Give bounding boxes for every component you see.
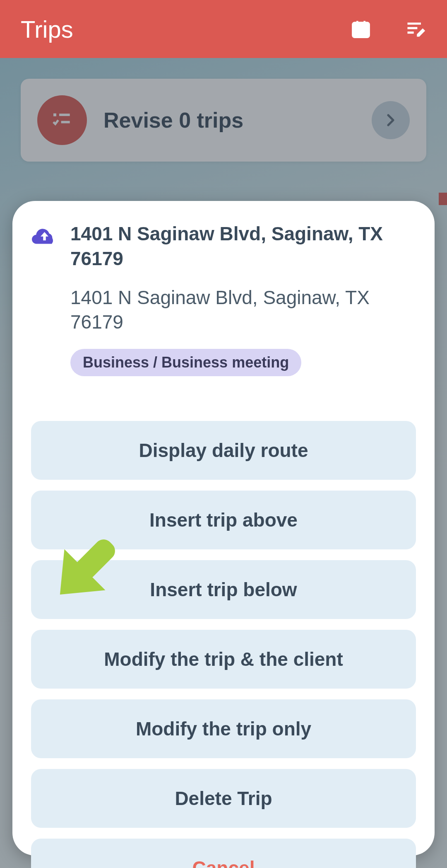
svg-rect-0: [353, 23, 369, 37]
insert-trip-above-button[interactable]: Insert trip above: [31, 491, 416, 549]
modify-trip-only-button[interactable]: Modify the trip only: [31, 699, 416, 758]
sheet-addresses: 1401 N Saginaw Blvd, Saginaw, TX 76179 1…: [70, 222, 416, 376]
insert-trip-below-button[interactable]: Insert trip below: [31, 560, 416, 619]
display-daily-route-button[interactable]: Display daily route: [31, 421, 416, 480]
app-header: Trips: [0, 0, 447, 58]
calendar-icon[interactable]: [350, 18, 372, 40]
cancel-button[interactable]: Cancel: [31, 839, 416, 868]
trip-action-sheet: 1401 N Saginaw Blvd, Saginaw, TX 76179 1…: [12, 201, 435, 856]
page-background: Revise 0 trips 1401 N Saginaw Blvd, Sagi…: [0, 58, 447, 868]
trip-category-tag: Business / Business meeting: [70, 349, 301, 376]
svg-rect-1: [362, 30, 365, 34]
sheet-header: 1401 N Saginaw Blvd, Saginaw, TX 76179 1…: [31, 222, 416, 376]
delete-trip-button[interactable]: Delete Trip: [31, 769, 416, 828]
trip-destination-address: 1401 N Saginaw Blvd, Saginaw, TX 76179: [70, 285, 416, 335]
action-button-list: Display daily route Insert trip above In…: [31, 421, 416, 868]
edit-list-icon[interactable]: [405, 18, 426, 40]
modify-trip-and-client-button[interactable]: Modify the trip & the client: [31, 630, 416, 689]
header-title: Trips: [21, 15, 350, 43]
trip-origin-address: 1401 N Saginaw Blvd, Saginaw, TX 76179: [70, 222, 416, 271]
header-action-group: [350, 18, 426, 40]
cloud-upload-icon: [31, 224, 58, 247]
